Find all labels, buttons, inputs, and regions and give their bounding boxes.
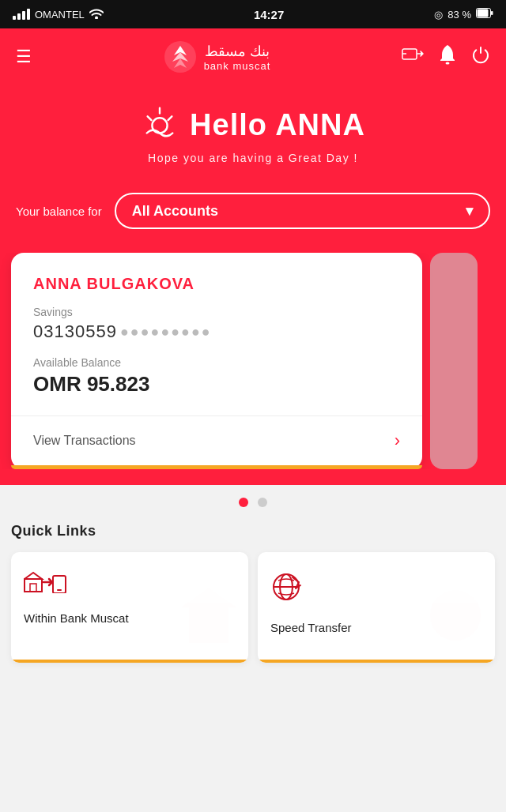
account-number-visible: 03130559 bbox=[33, 321, 117, 342]
account-card: ANNA BULGAKOVA Savings 03130559 ●●●●●●●●… bbox=[11, 253, 422, 469]
sun-icon bbox=[141, 104, 179, 145]
cards-container: ANNA BULGAKOVA Savings 03130559 ●●●●●●●●… bbox=[0, 253, 506, 469]
svg-rect-2 bbox=[491, 11, 493, 15]
account-number: 03130559 ●●●●●●●●● bbox=[33, 321, 400, 342]
balance-row: Your balance for All Accounts ▾ bbox=[0, 193, 506, 253]
speed-transfer-bottom-bar bbox=[258, 660, 495, 663]
transfer-icon[interactable] bbox=[402, 47, 424, 67]
view-transactions-button[interactable]: View Transactions › bbox=[33, 416, 400, 465]
within-bank-bottom-bar bbox=[11, 660, 248, 663]
view-transactions-label: View Transactions bbox=[33, 434, 136, 448]
account-card-stub bbox=[430, 253, 478, 469]
status-time: 14:27 bbox=[254, 8, 284, 21]
within-bank-bg-icon bbox=[177, 584, 240, 658]
balance-amount: OMR 95.823 bbox=[33, 372, 400, 397]
svg-line-10 bbox=[168, 116, 172, 120]
account-holder-name: ANNA BULGAKOVA bbox=[33, 275, 400, 293]
quick-link-speed-transfer[interactable]: Speed Transfer bbox=[258, 552, 495, 663]
quick-links-grid: Within Bank Muscat Speed Transfer bbox=[11, 552, 495, 663]
battery-icon bbox=[476, 8, 493, 21]
logo: بنك مسقط bank muscat bbox=[163, 39, 271, 74]
status-left: OMANTEL bbox=[13, 8, 104, 21]
svg-rect-11 bbox=[25, 579, 42, 592]
hero-subtitle: Hope you are having a Great Day ! bbox=[16, 152, 490, 164]
menu-icon[interactable]: ☰ bbox=[16, 47, 32, 67]
speed-transfer-bg-icon bbox=[424, 584, 487, 658]
svg-point-6 bbox=[445, 62, 449, 65]
app-header: ☰ بنك مسقط bank muscat bbox=[0, 28, 506, 85]
balance-label: Your balance for bbox=[16, 205, 102, 218]
account-number-masked: ●●●●●●●●● bbox=[120, 324, 212, 340]
dot-1 bbox=[239, 498, 248, 507]
power-icon[interactable] bbox=[471, 46, 490, 69]
chevron-down-icon: ▾ bbox=[466, 202, 473, 220]
arrow-right-icon: › bbox=[395, 430, 400, 451]
header-icons bbox=[402, 44, 490, 70]
carrier-label: OMANTEL bbox=[35, 9, 85, 21]
svg-line-9 bbox=[148, 116, 152, 120]
greeting-row: Hello ANNA bbox=[16, 104, 490, 145]
signal-icon bbox=[13, 9, 30, 20]
logo-arabic: بنك مسقط bbox=[204, 43, 271, 60]
location-icon: ◎ bbox=[434, 9, 443, 21]
status-right: ◎ 83 % bbox=[434, 8, 493, 21]
wifi-icon bbox=[89, 8, 104, 21]
card-bottom-bar bbox=[11, 465, 422, 469]
svg-rect-13 bbox=[30, 584, 36, 592]
account-type-label: Savings bbox=[33, 306, 400, 318]
notification-icon[interactable] bbox=[438, 44, 457, 70]
status-bar: OMANTEL 14:27 ◎ 83 % bbox=[0, 0, 506, 28]
battery-label: 83 % bbox=[447, 9, 471, 21]
card-area: ANNA BULGAKOVA Savings 03130559 ●●●●●●●●… bbox=[0, 253, 506, 485]
selected-account-label: All Accounts bbox=[132, 203, 218, 220]
greeting-text: Hello ANNA bbox=[190, 108, 365, 142]
account-selector-dropdown[interactable]: All Accounts ▾ bbox=[115, 193, 490, 229]
hero-section: Hello ANNA Hope you are having a Great D… bbox=[0, 85, 506, 193]
quick-links-section: Quick Links Within Bank Muscat bbox=[0, 515, 506, 679]
bank-logo-icon bbox=[163, 39, 198, 74]
carousel-dots bbox=[0, 485, 506, 515]
quick-link-within-bank[interactable]: Within Bank Muscat bbox=[11, 552, 248, 663]
logo-english: bank muscat bbox=[204, 60, 271, 72]
quick-links-title: Quick Links bbox=[11, 523, 495, 539]
svg-marker-12 bbox=[25, 573, 42, 579]
balance-title: Available Balance bbox=[33, 356, 400, 369]
dot-2 bbox=[258, 498, 267, 507]
logo-text: بنك مسقط bank muscat bbox=[204, 43, 271, 72]
svg-rect-1 bbox=[477, 9, 488, 17]
